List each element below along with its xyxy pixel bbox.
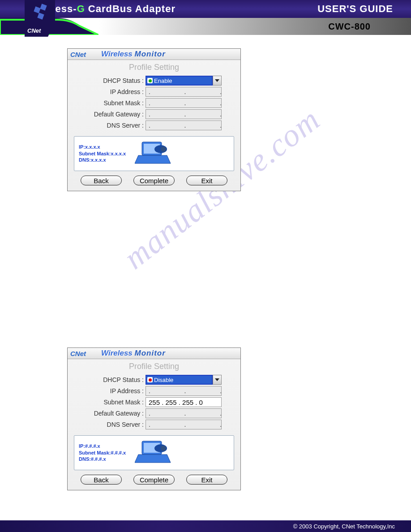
dhcp-selected: Enable [146,76,213,86]
info-text: IP:#.#.#.x Subnet Mask:#.#.#.x DNS:#.#.#… [79,443,126,463]
svg-marker-7 [135,155,171,163]
row-ip: IP Address : . . . [74,87,234,97]
dialog-titlebar: CNet Wireless Monitor [68,348,240,359]
back-button[interactable]: Back [81,176,122,185]
row-dns: DNS Server : . . . [74,120,234,130]
footer-text: © 2003 Copyright, CNet Technology,Inc [293,523,395,530]
info-panel: IP:#.#.#.x Subnet Mask:#.#.#.x DNS:#.#.#… [74,435,234,470]
dns-label: DNS Server : [74,421,146,428]
dialog-heading: Profile Setting [68,60,240,76]
dialog-brand: CNet [70,51,86,58]
mask-label: Subnet Mask : [74,399,146,406]
profile-dialog-disable: CNet Wireless Monitor Profile Setting DH… [67,348,241,490]
button-row: Back Complete Exit [68,470,240,490]
gw-value: . . . [149,111,218,118]
form-area: DHCP Status : Enable IP Address : . . . … [68,76,240,133]
button-row: Back Complete Exit [68,171,240,191]
svg-marker-4 [215,79,219,82]
row-mask: Subnet Mask : 255 . 255 . 255 . 0 [74,397,234,407]
exit-button[interactable]: Exit [186,475,227,485]
info-text: IP:x.x.x.x Subnet Mask:x.x.x.x DNS:x.x.x… [79,144,126,164]
brand-text: CNet [27,27,41,34]
row-dhcp: DHCP Status : Enable [74,76,234,86]
ip-input[interactable]: . . . [146,87,222,97]
header-banner: Wireless-G CardBus Adapter USER'S GUIDE [0,0,411,18]
dns-value: . . . [149,122,218,129]
sub-bar: CWC-800 [0,18,411,35]
row-gw: Default Gateway : . . . [74,109,234,119]
dhcp-label: DHCP Status : [74,77,146,84]
gw-label: Default Gateway : [74,410,146,417]
gw-input[interactable]: . . . [146,408,222,418]
mask-label: Subnet Mask : [74,99,146,107]
ip-label: IP Address : [74,88,146,95]
bullet-dot [149,79,152,82]
mask-value: 255 . 255 . 255 . 0 [149,399,203,406]
info-line1: IP:x.x.x.x [79,144,126,150]
brand-logo-block: CNet [25,0,55,37]
exit-button[interactable]: Exit [186,176,227,185]
combo-arrow-icon[interactable] [213,375,222,385]
dhcp-value: Enable [154,77,172,84]
mask-value: . . . [149,99,218,107]
complete-button[interactable]: Complete [133,475,175,485]
dhcp-label: DHCP Status : [74,376,146,383]
ip-label: IP Address : [74,387,146,395]
footer-bar: © 2003 Copyright, CNet Technology,Inc [0,520,411,532]
laptop-icon [135,140,172,167]
info-line2: Subnet Mask:x.x.x.x [79,150,126,157]
ip-input[interactable]: . . . [146,386,222,396]
form-area: DHCP Status : Disable IP Address : . . .… [68,375,240,433]
dns-label: DNS Server : [74,122,146,129]
dialog-heading: Profile Setting [68,359,240,375]
row-gw: Default Gateway : . . . [74,408,234,418]
model-strip: CWC-800 [98,18,411,35]
gw-label: Default Gateway : [74,111,146,118]
row-mask: Subnet Mask : . . . [74,98,234,108]
info-line3: DNS:x.x.x.x [79,157,126,163]
row-dhcp: DHCP Status : Disable [74,375,234,385]
gw-input[interactable]: . . . [146,109,222,119]
dialog-app-name: Wireless Monitor [101,50,166,59]
mask-input[interactable]: 255 . 255 . 255 . 0 [146,397,222,407]
product-title: Wireless-G CardBus Adapter [29,3,317,15]
users-guide-label: USER'S GUIDE [317,3,393,15]
wm-wireless: Wireless [101,349,133,357]
row-ip: IP Address : . . . [74,386,234,396]
dhcp-value: Disable [154,377,173,383]
title-post: CardBus Adapter [85,3,176,14]
ip-value: . . . [149,387,218,395]
dns-input[interactable]: . . . [146,120,222,130]
dialog-titlebar: CNet Wireless Monitor [68,49,240,60]
title-g: G [77,3,85,14]
dhcp-combo[interactable]: Enable [146,76,222,86]
row-dns: DNS Server : . . . [74,420,234,429]
dialog-app-name: Wireless Monitor [101,349,166,358]
wm-wireless: Wireless [101,50,133,58]
complete-button[interactable]: Complete [133,176,175,185]
status-bullet-icon [147,377,153,382]
bullet-dot [149,378,152,382]
status-bullet-icon [147,78,153,83]
dialog-brand: CNet [70,350,86,357]
dns-input[interactable]: . . . [146,420,222,429]
info-panel: IP:x.x.x.x Subnet Mask:x.x.x.x DNS:x.x.x… [74,136,234,171]
dhcp-combo[interactable]: Disable [146,375,222,385]
wm-monitor: Monitor [135,349,166,357]
info-line2: Subnet Mask:#.#.#.x [79,450,126,456]
combo-arrow-icon[interactable] [213,76,222,86]
info-line3: DNS:#.#.#.x [79,456,126,463]
profile-dialog-enable: CNet Wireless Monitor Profile Setting DH… [67,48,241,191]
svg-point-9 [161,146,166,152]
laptop-icon [135,439,172,466]
dhcp-selected: Disable [146,375,213,385]
model-number: CWC-800 [328,21,371,32]
gw-value: . . . [149,410,218,417]
wm-monitor: Monitor [135,50,166,58]
back-button[interactable]: Back [81,475,122,485]
dns-value: . . . [149,421,218,428]
mask-input[interactable]: . . . [146,98,222,108]
svg-marker-13 [135,455,171,463]
ip-value: . . . [149,88,218,95]
svg-marker-10 [215,378,219,381]
